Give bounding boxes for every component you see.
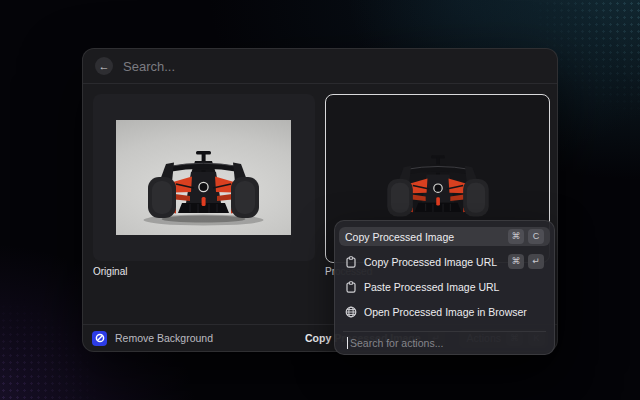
arrow-left-icon: ← [99,60,110,72]
menu-item-label: Copy Processed Image [345,231,501,243]
menu-item-copy-processed-image-url[interactable]: Copy Processed Image URL ⌘ ↵ [339,252,550,271]
original-image [116,120,291,235]
command-key: ⌘ [508,229,524,244]
menu-item-label: Paste Processed Image URL [364,281,544,293]
original-label: Original [93,266,127,277]
back-button[interactable]: ← [95,57,113,75]
text-cursor [347,337,348,349]
actions-search-input[interactable]: Search for actions... [339,332,550,354]
shortcut-keys: ⌘ ↵ [508,254,544,269]
original-image-panel[interactable] [93,94,315,261]
actions-search-placeholder: Search for actions... [350,337,443,349]
actions-menu: Copy Processed Image ⌘ C Copy Processed … [334,220,555,355]
search-input[interactable]: Search... [123,59,175,74]
processed-image [358,127,518,232]
return-key: ↵ [528,254,544,269]
menu-item-label: Open Processed Image in Browser [364,306,544,318]
raycast-window: ← Search... Original Processed [82,48,558,352]
desktop-background: { "search": { "placeholder": "Search..."… [0,0,640,400]
menu-item-paste-processed-image-url[interactable]: Paste Processed Image URL [339,277,550,296]
search-header: ← Search... [83,49,557,84]
c-key: C [528,229,544,244]
globe-icon [345,306,357,318]
app-name: Remove Background [115,332,297,344]
command-key: ⌘ [508,254,524,269]
menu-item-copy-processed-image[interactable]: Copy Processed Image ⌘ C [339,227,550,246]
clipboard-icon [345,256,357,268]
clipboard-icon [345,281,357,293]
menu-item-label: Copy Processed Image URL [364,256,501,268]
f1-car-photo [116,120,291,235]
f1-car-cutout [358,127,518,232]
remove-background-icon [92,331,107,346]
shortcut-keys: ⌘ C [508,229,544,244]
preview-area: Original Processed Copy Processed Image … [83,84,557,324]
menu-item-open-processed-image-in-browser[interactable]: Open Processed Image in Browser [339,302,550,321]
